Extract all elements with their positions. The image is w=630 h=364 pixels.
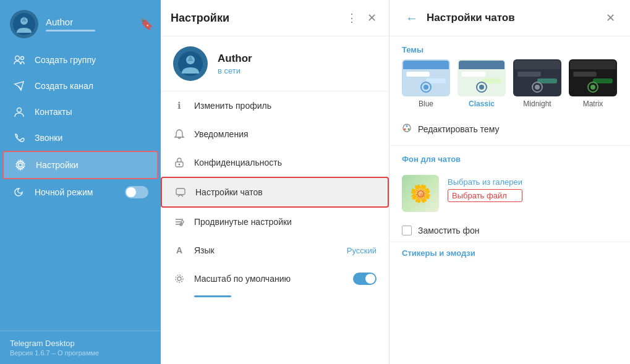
theme-blue-header — [403, 61, 449, 69]
theme-midnight-name: Midnight — [523, 99, 551, 108]
scale-bar — [194, 295, 231, 297]
svg-point-13 — [181, 221, 184, 223]
background-section-label: Фон для чатов — [389, 146, 630, 169]
chat-settings-close-button[interactable]: ✕ — [603, 9, 618, 27]
theme-classic-name: Classic — [469, 99, 495, 108]
settings-panel: Настройки ⋮ ✕ Author в сети ℹ Изменить п… — [161, 0, 389, 364]
settings-scale[interactable]: Масштаб по умолчанию — [161, 265, 389, 293]
notifications-icon — [173, 128, 185, 140]
theme-blue[interactable]: Blue — [402, 59, 450, 108]
calls-icon — [12, 131, 26, 145]
theme-classic-header — [459, 61, 504, 69]
settings-privacy[interactable]: Конфиденциальность — [161, 148, 389, 177]
svg-point-3 — [15, 56, 20, 61]
svg-point-16 — [176, 275, 183, 282]
edit-theme-label: Редактировать тему — [418, 124, 499, 134]
theme-midnight[interactable]: Midnight — [513, 59, 561, 108]
edit-theme-icon — [402, 123, 412, 135]
theme-midnight-msg-in — [517, 72, 541, 77]
theme-midnight-dot — [535, 85, 540, 90]
svg-point-5 — [17, 108, 22, 112]
bg-gallery-link[interactable]: Выбрать из галереи — [448, 177, 522, 187]
bg-thumbnail: 🌼 — [402, 175, 439, 212]
sidebar-status-bar — [46, 30, 95, 32]
sidebar: Author 🔖 Создать группу — [0, 0, 161, 364]
scale-bar-container — [161, 293, 389, 302]
language-icon: A — [173, 244, 185, 256]
theme-classic[interactable]: Classic — [458, 59, 506, 108]
settings-chat-settings[interactable]: Настройки чатов — [161, 177, 389, 208]
language-value: Русский — [347, 246, 377, 255]
sidebar-label-create-group: Создать группу — [35, 55, 96, 65]
chat-settings-header: ← Настройки чатов ✕ — [389, 0, 630, 36]
settings-advanced[interactable]: Продвинутые настройки — [161, 208, 389, 236]
bg-thumbnail-image: 🌼 — [402, 175, 439, 212]
sidebar-item-contacts[interactable]: Контакты — [2, 99, 158, 125]
avatar — [10, 10, 38, 38]
advanced-label: Продвинутые настройки — [194, 217, 377, 227]
theme-blue-circle — [420, 82, 432, 93]
theme-blue-dot — [424, 85, 428, 90]
sidebar-label-calls: Звонки — [35, 133, 62, 143]
chat-settings-title: Настройки чатов — [427, 12, 598, 24]
theme-blue-preview — [402, 59, 450, 96]
sidebar-footer: Telegram Desktop Версия 1.6.7 – О програ… — [0, 331, 161, 364]
privacy-label: Конфиденциальность — [194, 158, 377, 167]
settings-close-button[interactable]: ✕ — [365, 9, 379, 27]
svg-rect-12 — [176, 188, 185, 195]
night-mode-icon — [12, 185, 26, 199]
settings-language[interactable]: A Язык Русский — [161, 236, 389, 265]
profile-avatar — [173, 46, 208, 81]
notifications-label: Уведомления — [194, 129, 377, 139]
bg-file-link[interactable]: Выбрать файл — [448, 189, 522, 202]
privacy-icon — [173, 156, 185, 169]
edit-profile-icon: ℹ — [173, 99, 185, 112]
profile-name: Author — [218, 53, 252, 65]
settings-menu: ℹ Изменить профиль Уведомления Конфиденц… — [161, 91, 389, 364]
bg-actions: Выбрать из галереи Выбрать файл — [448, 177, 522, 202]
sidebar-item-create-channel[interactable]: Создать канал — [2, 73, 158, 99]
scale-label: Масштаб по умолчанию — [194, 274, 344, 284]
theme-matrix-header — [570, 61, 616, 69]
settings-more-button[interactable]: ⋮ — [344, 9, 360, 27]
night-mode-toggle[interactable] — [125, 186, 148, 198]
profile-status: в сети — [218, 66, 252, 75]
contacts-icon — [12, 105, 26, 119]
theme-classic-dot — [479, 85, 484, 90]
advanced-icon — [173, 216, 185, 228]
create-group-icon — [12, 53, 26, 67]
background-row: 🌼 Выбрать из галереи Выбрать файл — [402, 175, 618, 212]
bookmark-icon[interactable]: 🔖 — [140, 17, 153, 31]
sidebar-item-create-group[interactable]: Создать группу — [2, 47, 158, 73]
theme-midnight-preview — [513, 59, 561, 96]
sidebar-item-calls[interactable]: Звонки — [2, 125, 158, 151]
scale-toggle[interactable] — [353, 273, 377, 285]
settings-header: Настройки ⋮ ✕ — [161, 0, 389, 36]
svg-point-18 — [404, 129, 406, 130]
theme-matrix-circle — [587, 82, 598, 93]
edit-theme-row[interactable]: Редактировать тему — [389, 118, 630, 145]
app-version[interactable]: Версия 1.6.7 – О программе — [10, 349, 151, 357]
sidebar-item-settings[interactable]: Настройки — [2, 151, 158, 179]
sidebar-profile[interactable]: Author 🔖 — [0, 0, 161, 44]
theme-classic-preview — [458, 59, 506, 96]
sidebar-label-contacts: Контакты — [35, 107, 72, 117]
svg-point-19 — [406, 125, 408, 127]
settings-edit-profile[interactable]: ℹ Изменить профиль — [161, 91, 389, 120]
stickers-section-label: Стикеры и эмодзи — [389, 242, 630, 260]
theme-matrix[interactable]: Matrix — [569, 59, 617, 108]
settings-notifications[interactable]: Уведомления — [161, 120, 389, 148]
theme-matrix-dot — [590, 85, 595, 90]
back-button[interactable]: ← — [402, 10, 422, 27]
theme-blue-msg-in — [406, 72, 430, 77]
language-label: Язык — [194, 245, 338, 255]
user-info: Author — [46, 17, 132, 32]
bg-tile-checkbox[interactable] — [402, 226, 412, 235]
sidebar-label-create-channel: Создать канал — [35, 81, 93, 91]
theme-matrix-name: Matrix — [583, 99, 603, 108]
theme-matrix-preview — [569, 59, 617, 96]
edit-profile-label: Изменить профиль — [194, 101, 377, 111]
themes-grid: Blue Classic — [389, 59, 630, 118]
sidebar-item-night-mode[interactable]: Ночной режим — [2, 179, 158, 205]
settings-profile[interactable]: Author в сети — [161, 36, 389, 91]
